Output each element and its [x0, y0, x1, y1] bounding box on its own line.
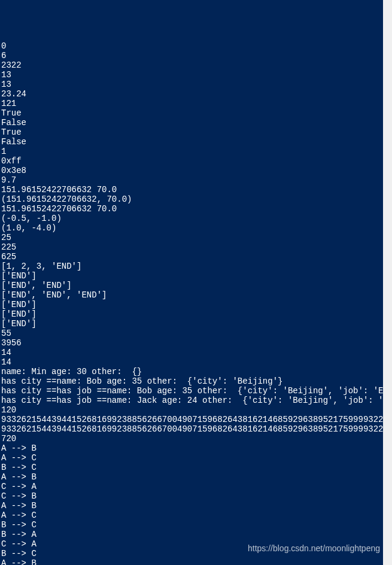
console-line: ['END']: [1, 309, 392, 319]
console-line: name: Min age: 30 other: {}: [1, 367, 392, 376]
console-line: 23.24: [1, 89, 392, 99]
console-line: A --> B: [1, 558, 392, 565]
console-line: ['END']: [1, 319, 392, 329]
console-line: 0xff: [1, 156, 392, 166]
console-line: (1.0, -4.0): [1, 223, 392, 233]
console-line: 6: [1, 51, 392, 60]
console-line: ['END']: [1, 271, 392, 281]
console-line: 13: [1, 80, 392, 89]
console-line: A --> B: [1, 501, 392, 511]
console-line: A --> B: [1, 472, 392, 482]
console-line: B --> A: [1, 530, 392, 539]
console-line: 0x3e8: [1, 166, 392, 175]
console-output: 062322131323.24121TrueFalseTrueFalse10xf…: [0, 38, 392, 565]
console-line: 55: [1, 329, 392, 338]
console-line: 9332621544394415268169923885626670049071…: [1, 424, 392, 434]
console-line: 25: [1, 233, 392, 242]
console-line: has city ==has job ==name: Jack age: 24 …: [1, 396, 392, 405]
console-line: 3956: [1, 338, 392, 348]
console-line: (151.96152422706632, 70.0): [1, 195, 392, 204]
console-line: 2322: [1, 60, 392, 70]
console-line: False: [1, 137, 392, 147]
console-line: 120: [1, 405, 392, 415]
console-line: has city ==name: Bob age: 35 other: {'ci…: [1, 376, 392, 386]
console-line: (-0.5, -1.0): [1, 214, 392, 223]
console-line: A --> B: [1, 444, 392, 453]
console-line: A --> C: [1, 511, 392, 520]
console-line: True: [1, 108, 392, 118]
console-line: B --> C: [1, 520, 392, 530]
console-line: has city ==has job ==name: Bob age: 35 o…: [1, 386, 392, 396]
watermark-text: https://blog.csdn.net/moonlightpeng: [248, 543, 380, 553]
console-line: 9332621544394415268169923885626670049071…: [1, 415, 392, 424]
console-line: 720: [1, 434, 392, 444]
console-line: 225: [1, 242, 392, 252]
console-line: C --> A: [1, 482, 392, 491]
console-line: A --> C: [1, 453, 392, 463]
console-line: 1: [1, 147, 392, 156]
console-line: True: [1, 127, 392, 137]
console-line: 14: [1, 348, 392, 357]
console-line: 9.7: [1, 175, 392, 185]
console-line: 0: [1, 41, 392, 51]
console-line: ['END', 'END', 'END']: [1, 290, 392, 300]
console-line: 151.96152422706632 70.0: [1, 204, 392, 214]
console-line: 151.96152422706632 70.0: [1, 185, 392, 195]
console-line: 13: [1, 70, 392, 80]
console-line: ['END', 'END']: [1, 281, 392, 290]
scrollbar[interactable]: [383, 0, 392, 565]
console-line: C --> B: [1, 491, 392, 501]
console-line: 14: [1, 357, 392, 367]
console-line: [1, 2, 3, 'END']: [1, 262, 392, 271]
console-line: 625: [1, 252, 392, 262]
console-line: False: [1, 118, 392, 127]
console-line: B --> C: [1, 463, 392, 472]
console-line: ['END']: [1, 300, 392, 309]
console-line: 121: [1, 99, 392, 108]
